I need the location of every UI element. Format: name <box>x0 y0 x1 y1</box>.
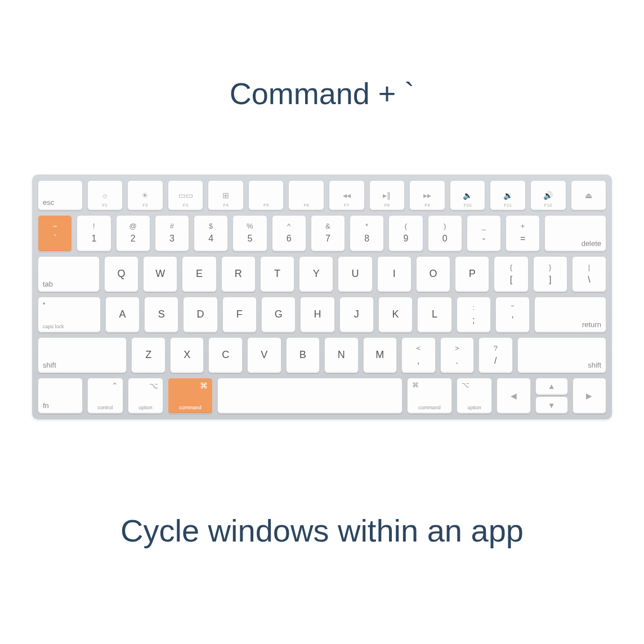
key-equals[interactable]: += <box>506 215 540 251</box>
key-3[interactable]: #3 <box>155 215 189 251</box>
key-fn[interactable]: fn <box>38 378 83 414</box>
key-f[interactable]: F <box>222 297 257 333</box>
key-arrow-down[interactable]: ▼ <box>535 396 568 414</box>
key-f2[interactable]: ☀F2 <box>127 180 163 211</box>
key-2[interactable]: @2 <box>116 215 150 251</box>
key-o[interactable]: O <box>416 256 450 292</box>
key-m[interactable]: M <box>363 337 397 373</box>
key-option-right[interactable]: ⌥ option <box>457 378 493 414</box>
arrow-down-icon: ▼ <box>548 401 556 410</box>
key-1[interactable]: !1 <box>77 215 111 251</box>
key-delete[interactable]: delete <box>544 215 606 251</box>
key-c[interactable]: C <box>208 337 243 373</box>
command-icon: ⌘ <box>412 381 419 389</box>
fast-forward-icon: ▸▸ <box>423 191 431 200</box>
key-f11[interactable]: 🔉F11 <box>490 180 526 211</box>
key-i[interactable]: I <box>377 256 412 292</box>
key-l[interactable]: L <box>417 297 451 333</box>
brightness-up-icon: ☀ <box>141 191 149 200</box>
key-5[interactable]: %5 <box>232 215 267 251</box>
key-command-left[interactable]: ⌘ command <box>168 378 212 414</box>
key-u[interactable]: U <box>338 256 372 292</box>
rewind-icon: ◂◂ <box>343 191 351 200</box>
key-f8[interactable]: ▸‖F8 <box>369 180 405 211</box>
key-t[interactable]: T <box>260 256 294 292</box>
key-option-left[interactable]: ⌥ option <box>128 378 164 414</box>
key-quote[interactable]: "' <box>495 297 530 333</box>
shortcut-description: Cycle windows within an app <box>120 512 524 549</box>
key-4[interactable]: $4 <box>194 215 228 251</box>
key-k[interactable]: K <box>378 297 413 333</box>
key-arrow-right[interactable]: ▶ <box>573 378 606 414</box>
key-backtick[interactable]: ~ ` <box>38 215 72 251</box>
key-j[interactable]: J <box>339 297 374 333</box>
key-command-right[interactable]: ⌘ command <box>407 378 451 414</box>
key-f9[interactable]: ▸▸F9 <box>409 180 445 211</box>
key-6[interactable]: ^6 <box>272 215 306 251</box>
key-arrow-left[interactable]: ◀ <box>497 378 530 414</box>
eject-icon: ⏏ <box>585 191 592 200</box>
key-9[interactable]: (9 <box>388 215 423 251</box>
arrow-keys: ◀ ▲ ▼ ▶ <box>497 378 606 414</box>
volume-down-icon: 🔉 <box>503 191 513 200</box>
key-esc[interactable]: esc <box>38 180 83 211</box>
key-tab[interactable]: tab <box>38 256 100 292</box>
key-bracket-left[interactable]: {[ <box>494 256 528 292</box>
command-icon: ⌘ <box>200 381 208 390</box>
key-v[interactable]: V <box>247 337 281 373</box>
key-arrow-up[interactable]: ▲ <box>535 378 568 395</box>
key-semicolon[interactable]: :; <box>457 297 491 333</box>
key-bracket-right[interactable]: }] <box>533 256 567 292</box>
key-g[interactable]: G <box>261 297 296 333</box>
key-eject[interactable]: ⏏ <box>571 180 607 211</box>
control-icon: ⌃ <box>111 381 118 390</box>
key-return[interactable]: return <box>534 297 606 333</box>
key-0[interactable]: )0 <box>428 215 462 251</box>
key-comma[interactable]: <, <box>401 337 436 373</box>
key-f7[interactable]: ◂◂F7 <box>329 180 365 211</box>
key-shift-right[interactable]: shift <box>517 337 606 373</box>
row-numbers: ~ ` !1 @2 #3 $4 %5 ^6 &7 *8 (9 )0 _- += … <box>38 215 606 251</box>
launchpad-icon: ⊞ <box>222 191 229 200</box>
key-a[interactable]: A <box>105 297 140 333</box>
key-f3[interactable]: ▭▭F3 <box>168 180 204 211</box>
key-f1[interactable]: ☼F1 <box>87 180 123 211</box>
key-f6[interactable]: F6 <box>288 180 324 211</box>
row-bottom: fn ⌃ control ⌥ option ⌘ command ⌘ comman… <box>38 378 606 414</box>
key-w[interactable]: W <box>143 256 177 292</box>
row-asdf: • caps lock A S D F G H J K L :; "' retu… <box>38 297 606 333</box>
key-q[interactable]: Q <box>104 256 138 292</box>
key-control[interactable]: ⌃ control <box>87 378 123 414</box>
arrow-right-icon: ▶ <box>586 391 592 400</box>
key-h[interactable]: H <box>300 297 334 333</box>
play-pause-icon: ▸‖ <box>383 191 391 200</box>
brightness-down-icon: ☼ <box>101 191 109 200</box>
key-y[interactable]: Y <box>299 256 333 292</box>
key-8[interactable]: *8 <box>350 215 384 251</box>
key-f10[interactable]: 🔈F10 <box>450 180 486 211</box>
mute-icon: 🔈 <box>463 191 472 200</box>
key-minus[interactable]: _- <box>467 215 501 251</box>
key-e[interactable]: E <box>182 256 216 292</box>
key-s[interactable]: S <box>144 297 178 333</box>
key-n[interactable]: N <box>324 337 359 373</box>
key-f12[interactable]: 🔊F12 <box>530 180 566 211</box>
key-x[interactable]: X <box>170 337 204 373</box>
key-7[interactable]: &7 <box>311 215 345 251</box>
key-shift-left[interactable]: shift <box>38 337 127 373</box>
shortcut-title: Command + ` <box>230 76 415 111</box>
key-z[interactable]: Z <box>131 337 166 373</box>
key-slash[interactable]: ?/ <box>478 337 513 373</box>
row-qwerty: tab Q W E R T Y U I O P {[ }] |\ <box>38 256 606 292</box>
key-p[interactable]: P <box>455 256 489 292</box>
key-r[interactable]: R <box>221 256 256 292</box>
key-capslock[interactable]: • caps lock <box>38 297 101 333</box>
key-space[interactable] <box>217 378 403 414</box>
key-d[interactable]: D <box>183 297 217 333</box>
volume-up-icon: 🔊 <box>543 191 553 200</box>
key-backslash[interactable]: |\ <box>572 256 606 292</box>
key-period[interactable]: >. <box>440 337 475 373</box>
key-f5[interactable]: F5 <box>248 180 284 211</box>
key-f4[interactable]: ⊞F4 <box>208 180 244 211</box>
key-b[interactable]: B <box>286 337 320 373</box>
